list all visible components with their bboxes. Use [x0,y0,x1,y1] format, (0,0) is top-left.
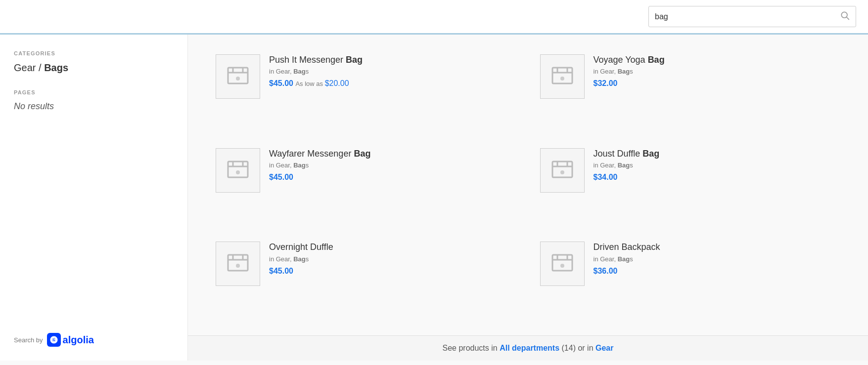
product-image [540,242,585,286]
product-category: in Gear, Bags [269,162,370,169]
product-image [540,54,585,99]
product-category: in Gear, Bags [594,255,660,263]
products-grid: Push It Messenger Bag in Gear, Bags $45.… [204,44,852,325]
product-price: $45.00 As low as $20.00 [269,79,363,88]
product-category: in Gear, Bags [594,162,660,169]
product-price: $45.00 [269,267,333,276]
product-info: Push It Messenger Bag in Gear, Bags $45.… [269,54,363,88]
product-price: $45.00 [269,173,370,182]
svg-point-3 [236,77,240,81]
product-item[interactable]: Voyage Yoga Bag in Gear, Bags $32.00 [528,44,853,138]
categories-label: CATEGORIES [14,50,174,56]
product-image [216,54,260,99]
product-name: Wayfarer Messenger Bag [269,148,370,160]
product-item[interactable]: Driven Backpack in Gear, Bags $36.00 [528,232,853,325]
footer-text-middle: or in [578,344,595,352]
gear-link[interactable]: Gear [595,344,613,352]
svg-rect-2 [228,68,248,83]
product-item[interactable]: Push It Messenger Bag in Gear, Bags $45.… [204,44,528,138]
pages-no-results: No results [14,101,174,112]
product-category: in Gear, Bags [594,68,665,75]
svg-point-9 [560,170,564,174]
svg-rect-4 [552,68,572,83]
header: bag [0,0,868,35]
svg-point-5 [560,77,564,81]
category-text: Gear / [14,62,44,73]
svg-point-13 [560,264,564,268]
product-info: Overnight Duffle in Gear, Bags $45.00 [269,242,333,275]
product-name: Joust Duffle Bag [594,148,660,160]
svg-line-1 [847,17,849,20]
search-icon[interactable] [840,10,850,23]
product-price: $34.00 [594,173,660,182]
product-info: Voyage Yoga Bag in Gear, Bags $32.00 [594,54,665,88]
svg-point-7 [236,170,240,174]
algolia-branding: Search by algolia [0,319,187,361]
svg-rect-8 [552,162,572,177]
all-departments-link[interactable]: All departments [500,344,559,352]
product-price: $36.00 [594,267,660,276]
pages-label: PAGES [14,89,174,95]
sidebar-category[interactable]: Gear / Bags [14,62,174,74]
search-input[interactable]: bag [655,12,840,21]
search-box: bag [648,6,856,27]
sidebar: CATEGORIES Gear / Bags PAGES No results … [0,35,188,361]
algolia-icon [47,333,61,347]
product-name: Driven Backpack [594,242,660,253]
footer-count: (14) [562,344,576,352]
product-category: in Gear, Bags [269,68,363,75]
algolia-text: algolia [63,334,94,346]
product-name: Overnight Duffle [269,242,333,253]
product-info: Driven Backpack in Gear, Bags $36.00 [594,242,660,275]
svg-point-11 [236,264,240,268]
category-bold: Bags [44,62,68,73]
product-image [540,148,585,193]
svg-rect-12 [552,255,572,271]
main-layout: CATEGORIES Gear / Bags PAGES No results … [0,35,868,361]
product-item[interactable]: Overnight Duffle in Gear, Bags $45.00 [204,232,528,325]
product-category: in Gear, Bags [269,255,333,263]
product-item[interactable]: Wayfarer Messenger Bag in Gear, Bags $45… [204,138,528,232]
svg-rect-6 [228,162,248,177]
footer-bar: See products in All departments (14) or … [188,335,868,361]
product-name: Push It Messenger Bag [269,54,363,66]
product-image [216,148,260,193]
footer-text-before: See products in [443,344,500,352]
results-area: Push It Messenger Bag in Gear, Bags $45.… [188,35,868,335]
product-price: $32.00 [594,79,665,88]
algolia-logo: algolia [47,333,94,347]
product-info: Joust Duffle Bag in Gear, Bags $34.00 [594,148,660,182]
search-by-text: Search by [14,336,43,344]
product-info: Wayfarer Messenger Bag in Gear, Bags $45… [269,148,370,182]
product-item[interactable]: Joust Duffle Bag in Gear, Bags $34.00 [528,138,853,232]
product-name: Voyage Yoga Bag [594,54,665,66]
product-image [216,242,260,286]
svg-rect-10 [228,255,248,271]
